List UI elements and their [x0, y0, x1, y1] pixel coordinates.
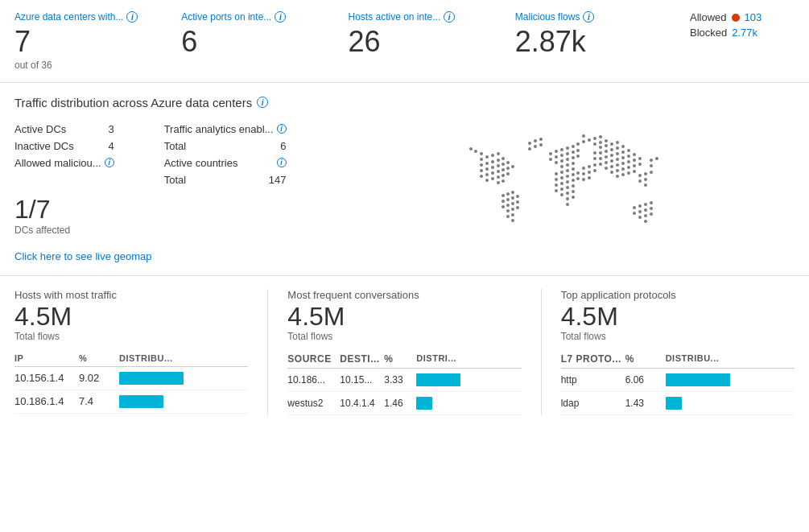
svg-point-166 — [650, 212, 653, 216]
hosts-row2-bar — [119, 395, 163, 408]
traffic-section: Traffic distribution across Azure data c… — [0, 83, 809, 276]
traffic-info-icon[interactable]: i — [257, 97, 268, 108]
svg-point-109 — [616, 141, 619, 144]
proto-col-proto: L7 PROTO... — [561, 353, 625, 365]
svg-point-34 — [534, 145, 537, 148]
svg-point-92 — [560, 193, 563, 196]
svg-point-113 — [616, 146, 619, 150]
proto-row1-bar-container — [666, 373, 795, 386]
dcs-affected-label: DCs affected — [14, 225, 320, 236]
svg-point-20 — [506, 167, 510, 170]
conv-row2-pct: 1.46 — [384, 398, 416, 409]
svg-point-80 — [566, 175, 569, 178]
protocols-sub: Total flows — [561, 331, 795, 342]
svg-point-103 — [593, 169, 596, 172]
fraction-value: 1/7 — [14, 195, 320, 225]
hosts-sub: Total flows — [14, 331, 248, 342]
geomap-link[interactable]: Click here to see live geomap — [14, 250, 152, 262]
svg-point-93 — [566, 192, 569, 195]
svg-point-156 — [633, 206, 636, 209]
traffic-layout: Active DCs 3 Inactive DCs 4 Allowed mali… — [14, 121, 795, 262]
svg-point-117 — [610, 154, 613, 157]
svg-point-45 — [501, 205, 505, 208]
svg-point-53 — [511, 213, 514, 217]
analytics-info-icon[interactable]: i — [277, 124, 287, 134]
svg-point-116 — [605, 155, 608, 159]
svg-point-144 — [633, 170, 636, 173]
svg-point-94 — [572, 190, 575, 193]
blocked-row: Blocked 2.77k — [690, 27, 795, 39]
total-row: Total 6 — [164, 138, 287, 155]
svg-point-22 — [485, 179, 489, 182]
svg-point-135 — [610, 171, 613, 174]
proto-row2-bar-container — [666, 397, 795, 410]
proto-row2-bar — [666, 397, 682, 410]
proto-col-pct: % — [625, 353, 666, 365]
svg-point-58 — [572, 145, 575, 148]
malicious-flows-info-icon[interactable]: i — [583, 11, 594, 23]
svg-point-47 — [511, 202, 514, 205]
table-row: 10.186.1.4 7.4 — [14, 390, 248, 414]
svg-point-112 — [610, 148, 613, 151]
svg-point-35 — [539, 143, 543, 146]
azure-dc-metric: Azure data centers with... i 7 out of 36 — [14, 11, 181, 71]
conv-row2-src: westus2 — [287, 398, 340, 409]
world-map — [336, 121, 795, 262]
svg-point-176 — [582, 134, 585, 138]
svg-point-33 — [528, 147, 531, 151]
svg-point-27 — [474, 150, 477, 153]
hosts-active-info-icon[interactable]: i — [444, 11, 455, 23]
conv-col-dist: DISTRI... — [416, 353, 521, 365]
active-ports-metric: Active ports on inte... i 6 — [181, 11, 348, 58]
allowed-mal-info-icon[interactable]: i — [105, 158, 114, 167]
conv-col-dst: DESTI... — [340, 353, 384, 365]
allowed-label: Allowed — [690, 11, 727, 23]
svg-point-60 — [560, 154, 563, 157]
active-dcs-val: 3 — [108, 123, 114, 135]
svg-point-40 — [511, 191, 514, 194]
azure-dc-value: 7 — [14, 26, 165, 58]
svg-point-30 — [528, 142, 531, 145]
svg-point-55 — [555, 150, 558, 153]
svg-point-13 — [501, 163, 505, 166]
active-dcs-row: Active DCs 3 — [14, 121, 114, 138]
svg-point-83 — [555, 184, 558, 187]
svg-point-24 — [497, 175, 500, 179]
svg-point-19 — [501, 168, 505, 171]
svg-point-134 — [638, 157, 642, 160]
traffic-title-text: Traffic distribution across Azure data c… — [14, 96, 252, 109]
svg-point-64 — [555, 161, 558, 164]
svg-point-118 — [616, 152, 619, 155]
table-row: http 6.06 — [561, 369, 795, 392]
svg-point-150 — [638, 179, 642, 183]
hosts-row1-pct: 9.02 — [79, 372, 119, 384]
svg-point-96 — [572, 196, 575, 199]
svg-point-3 — [497, 152, 500, 155]
svg-point-78 — [555, 178, 558, 181]
svg-point-85 — [566, 180, 569, 184]
svg-point-31 — [534, 139, 537, 142]
azure-dc-info-icon[interactable]: i — [126, 11, 138, 23]
svg-point-168 — [582, 140, 585, 143]
svg-point-12 — [497, 164, 500, 167]
allowed-value: 103 — [745, 11, 762, 23]
svg-point-11 — [491, 166, 494, 169]
svg-point-133 — [633, 159, 636, 162]
svg-point-171 — [599, 135, 602, 138]
total-countries-val: 147 — [269, 174, 287, 186]
active-ports-info-icon[interactable]: i — [274, 11, 286, 23]
svg-point-114 — [621, 145, 625, 148]
svg-point-137 — [621, 167, 625, 171]
svg-point-124 — [616, 158, 619, 161]
malicious-flows-title-text: Malicious flows — [515, 11, 580, 23]
malicious-flows-value: 2.87k — [515, 26, 666, 58]
svg-point-148 — [644, 172, 647, 175]
hosts-row1-bar-container — [119, 372, 248, 385]
conversations-panel: Most frequent conversations 4.5M Total f… — [287, 289, 541, 415]
inactive-dcs-label: Inactive DCs — [14, 140, 74, 152]
svg-point-0 — [480, 158, 483, 161]
active-countries-info-icon[interactable]: i — [277, 158, 287, 167]
svg-point-50 — [511, 208, 514, 211]
svg-point-95 — [566, 197, 569, 200]
azure-dc-title: Azure data centers with... i — [14, 11, 165, 23]
